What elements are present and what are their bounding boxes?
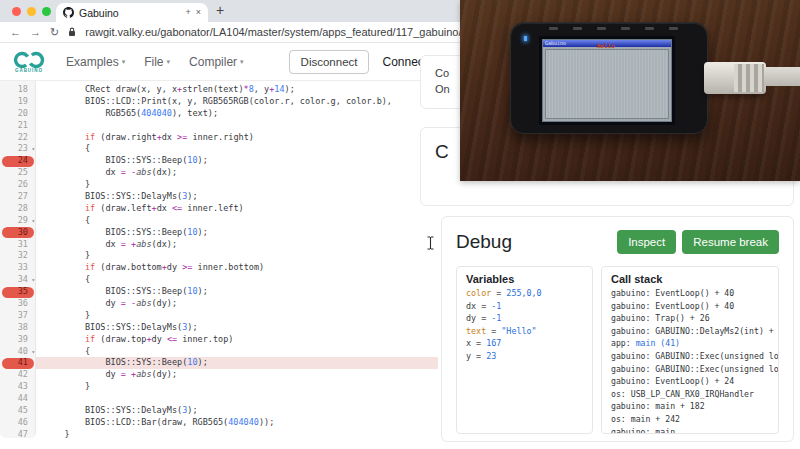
code-text[interactable]: { [36, 215, 438, 227]
code-line[interactable]: 35 BIOS::SYS::Beep(10); [0, 286, 438, 298]
code-line[interactable]: 18 CRect draw(x, y, x+strlen(text)*8, y+… [0, 84, 438, 96]
code-text[interactable]: BIOS::SYS::Beep(10); [36, 227, 438, 239]
line-number[interactable]: 47 [0, 429, 36, 441]
new-tab-button[interactable]: + [216, 2, 224, 18]
line-number[interactable]: 32 [0, 250, 36, 262]
code-text[interactable]: BIOS::LCD::Print(x, y, RGB565RGB(color.r… [36, 96, 438, 108]
code-text[interactable]: { [36, 143, 438, 155]
line-number[interactable]: 34▾ [0, 274, 36, 286]
line-number[interactable]: 43 [0, 381, 36, 393]
code-line[interactable]: 28 if (draw.left+dx <= inner.left) [0, 203, 438, 215]
line-number[interactable]: 18 [0, 84, 36, 96]
code-line[interactable]: 42 dy = +abs(dy); [0, 369, 438, 381]
code-text[interactable]: BIOS::SYS::Beep(10); [36, 286, 438, 298]
code-line[interactable]: 37 } [0, 310, 438, 322]
code-line[interactable]: 44 [0, 393, 438, 405]
line-number[interactable]: 22 [0, 132, 36, 144]
line-number[interactable]: 41 [0, 357, 36, 369]
code-text[interactable]: if (draw.top+dy <= inner.top) [36, 334, 438, 346]
code-line[interactable]: 27 BIOS::SYS::DelayMs(3); [0, 191, 438, 203]
code-line[interactable]: 30 BIOS::SYS::Beep(10); [0, 227, 438, 239]
line-number[interactable]: 27 [0, 191, 36, 203]
callstack-frame[interactable]: gabuino: EventLoop() + 24 [611, 375, 769, 388]
code-text[interactable]: CRect draw(x, y, x+strlen(text)*8, y+14)… [36, 84, 438, 96]
code-line[interactable]: 38 BIOS::SYS::DelayMs(3); [0, 322, 438, 334]
line-number[interactable]: 21 [0, 120, 36, 132]
menu-file[interactable]: File▾ [144, 55, 170, 69]
fold-icon[interactable]: ▾ [31, 274, 35, 286]
callstack-frame[interactable]: gabuino: Trap() + 26 [611, 312, 769, 325]
code-text[interactable]: if (draw.bottom+dy >= inner.bottom) [36, 262, 438, 274]
line-number[interactable]: 42 [0, 369, 36, 381]
code-line[interactable]: 32 } [0, 250, 438, 262]
line-number[interactable]: 24 [0, 155, 36, 167]
line-number[interactable]: 38 [0, 322, 36, 334]
line-number[interactable]: 19 [0, 96, 36, 108]
callstack-frame[interactable]: gabuino: GABUINO::Exec(unsigned long [611, 350, 769, 363]
code-line[interactable]: 47 } [0, 429, 438, 441]
code-text[interactable]: dx = +abs(dx); [36, 239, 438, 251]
tab-close-icon[interactable]: × [196, 8, 201, 17]
code-text[interactable]: if (draw.left+dx <= inner.left) [36, 203, 438, 215]
line-number[interactable]: 39 [0, 334, 36, 346]
line-number[interactable]: 30 [0, 227, 36, 239]
line-number[interactable]: 45 [0, 405, 36, 417]
callstack-frame[interactable]: gabuino: EventLoop() + 40 [611, 287, 769, 300]
code-text[interactable]: { [36, 274, 438, 286]
line-number[interactable]: 44 [0, 393, 36, 405]
callstack-frame[interactable]: gabuino: GABUINO::Exec(unsigned long [611, 363, 769, 376]
browser-tab[interactable]: Gabuino + × [56, 3, 208, 22]
line-number[interactable]: 40▾ [0, 346, 36, 358]
callstack-frame[interactable]: app: main (41) [611, 337, 769, 350]
line-number[interactable]: 23▾ [0, 143, 36, 155]
code-line[interactable]: 21 [0, 120, 438, 132]
code-line[interactable]: 46 BIOS::LCD::Bar(draw, RGB565(404040)); [0, 417, 438, 429]
code-line[interactable]: 25 dx = -abs(dx); [0, 167, 438, 179]
line-number[interactable]: 37 [0, 310, 36, 322]
code-text[interactable]: dx = -abs(dx); [36, 167, 438, 179]
code-text[interactable]: BIOS::SYS::Beep(10); [36, 357, 438, 369]
callstack-frame[interactable]: gabuino: GABUINO::DelayMs2(int) + 36 [611, 325, 769, 338]
menu-examples[interactable]: Examples▾ [66, 55, 125, 69]
menu-compiler[interactable]: Compiler▾ [189, 55, 244, 69]
code-text[interactable]: } [36, 310, 438, 322]
code-line[interactable]: 43 } [0, 381, 438, 393]
line-number[interactable]: 46 [0, 417, 36, 429]
code-text[interactable]: } [36, 179, 438, 191]
code-text[interactable]: if (draw.right+dx >= inner.right) [36, 132, 438, 144]
code-line[interactable]: 33 if (draw.bottom+dy >= inner.bottom) [0, 262, 438, 274]
code-line[interactable]: 19 BIOS::LCD::Print(x, y, RGB565RGB(colo… [0, 96, 438, 108]
code-text[interactable]: dy = -abs(dy); [36, 298, 438, 310]
line-number[interactable]: 31 [0, 239, 36, 251]
code-line[interactable]: 45 BIOS::SYS::DelayMs(3); [0, 405, 438, 417]
code-text[interactable]: RGB565(404040), text); [36, 108, 438, 120]
code-text[interactable]: } [36, 250, 438, 262]
code-line[interactable]: 40▾ { [0, 346, 438, 358]
code-line[interactable]: 31 dx = +abs(dx); [0, 239, 438, 251]
code-line[interactable]: 34▾ { [0, 274, 438, 286]
code-text[interactable]: BIOS::SYS::Beep(10); [36, 155, 438, 167]
fold-icon[interactable]: ▾ [31, 346, 35, 358]
code-text[interactable]: } [36, 381, 438, 393]
code-line[interactable]: 24 BIOS::SYS::Beep(10); [0, 155, 438, 167]
inspect-button[interactable]: Inspect [617, 230, 676, 254]
zoom-window-button[interactable] [42, 7, 51, 16]
code-text[interactable]: BIOS::SYS::DelayMs(3); [36, 322, 438, 334]
callstack-frame[interactable]: gabuino: EventLoop() + 40 [611, 300, 769, 313]
callstack-frame[interactable]: gabuino: main + 182 [611, 400, 769, 413]
line-number[interactable]: 25 [0, 167, 36, 179]
code-line[interactable]: 39 if (draw.top+dy <= inner.top) [0, 334, 438, 346]
code-line[interactable]: 26 } [0, 179, 438, 191]
line-number[interactable]: 28 [0, 203, 36, 215]
line-number[interactable]: 33 [0, 262, 36, 274]
fold-icon[interactable]: ▾ [31, 215, 35, 227]
line-number[interactable]: 35 [0, 286, 36, 298]
callstack-frame[interactable]: os: USB_LP_CAN_RX0_IRQHandler [611, 388, 769, 401]
code-text[interactable]: BIOS::SYS::DelayMs(3); [36, 405, 438, 417]
code-line[interactable]: 23▾ { [0, 143, 438, 155]
code-text[interactable]: BIOS::SYS::DelayMs(3); [36, 191, 438, 203]
line-number[interactable]: 20 [0, 108, 36, 120]
code-text[interactable]: { [36, 346, 438, 358]
code-text[interactable] [36, 393, 438, 405]
code-line[interactable]: 41 BIOS::SYS::Beep(10); [0, 357, 438, 369]
